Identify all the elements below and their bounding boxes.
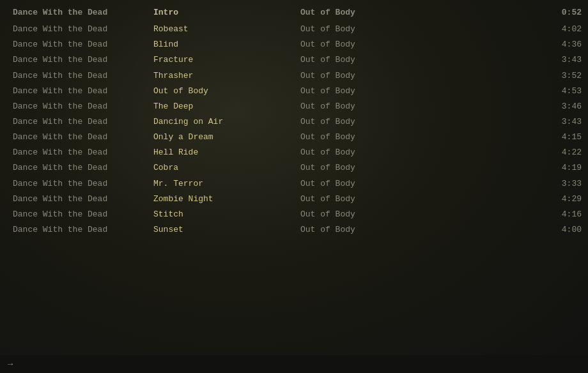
track-album: Out of Body — [300, 208, 415, 221]
track-title: Zombie Night — [153, 193, 300, 206]
track-title: Stitch — [153, 208, 300, 221]
track-duration: 4:19 — [415, 162, 582, 174]
track-title: Dancing on Air — [153, 116, 300, 128]
track-album: Out of Body — [300, 100, 415, 113]
table-row[interactable]: Dance With the Dead Fracture Out of Body… — [0, 52, 588, 68]
track-title: Robeast — [153, 23, 300, 36]
track-duration: 3:33 — [415, 178, 582, 190]
track-album: Out of Body — [300, 54, 415, 66]
arrow-icon: → — [8, 359, 13, 369]
header-title: Intro — [153, 6, 300, 19]
track-duration: 3:46 — [415, 100, 582, 113]
track-artist: Dance With the Dead — [13, 85, 153, 98]
track-artist: Dance With the Dead — [13, 100, 153, 113]
track-artist: Dance With the Dead — [13, 54, 153, 66]
track-title: Thrasher — [153, 70, 300, 82]
table-row[interactable]: Dance With the Dead Dancing on Air Out o… — [0, 114, 588, 130]
table-row[interactable]: Dance With the Dead Cobra Out of Body 4:… — [0, 160, 588, 176]
track-title: Mr. Terror — [153, 178, 300, 190]
track-duration: 3:52 — [415, 70, 582, 82]
track-album: Out of Body — [300, 70, 415, 82]
track-duration: 4:00 — [415, 224, 582, 236]
track-duration: 4:15 — [415, 131, 582, 144]
track-title: Hell Ride — [153, 146, 300, 159]
table-row[interactable]: Dance With the Dead The Deep Out of Body… — [0, 99, 588, 114]
track-album: Out of Body — [300, 224, 415, 236]
bottom-bar: → — [0, 355, 588, 373]
track-artist: Dance With the Dead — [13, 146, 153, 159]
track-duration: 4:36 — [415, 38, 582, 51]
track-duration: 3:43 — [415, 54, 582, 66]
track-artist: Dance With the Dead — [13, 23, 153, 36]
track-artist: Dance With the Dead — [13, 38, 153, 51]
track-table: Dance With the Dead Intro Out of Body 0:… — [0, 0, 588, 238]
track-album: Out of Body — [300, 38, 415, 51]
track-duration: 4:53 — [415, 85, 582, 98]
track-album: Out of Body — [300, 178, 415, 190]
table-row[interactable]: Dance With the Dead Hell Ride Out of Bod… — [0, 145, 588, 160]
track-duration: 4:16 — [415, 208, 582, 221]
table-row[interactable]: Dance With the Dead Mr. Terror Out of Bo… — [0, 176, 588, 192]
track-title: Blind — [153, 38, 300, 51]
table-row[interactable]: Dance With the Dead Stitch Out of Body 4… — [0, 207, 588, 222]
track-artist: Dance With the Dead — [13, 193, 153, 206]
table-row[interactable]: Dance With the Dead Out of Body Out of B… — [0, 84, 588, 99]
track-title: Out of Body — [153, 85, 300, 98]
track-title: Cobra — [153, 162, 300, 174]
table-row[interactable]: Dance With the Dead Robeast Out of Body … — [0, 22, 588, 37]
header-album: Out of Body — [300, 6, 415, 19]
track-artist: Dance With the Dead — [13, 224, 153, 236]
track-album: Out of Body — [300, 193, 415, 206]
track-artist: Dance With the Dead — [13, 70, 153, 82]
table-row[interactable]: Dance With the Dead Thrasher Out of Body… — [0, 68, 588, 84]
track-album: Out of Body — [300, 162, 415, 174]
track-album: Out of Body — [300, 131, 415, 144]
header-artist: Dance With the Dead — [13, 6, 153, 19]
track-title: Fracture — [153, 54, 300, 66]
track-duration: 3:43 — [415, 116, 582, 128]
track-album: Out of Body — [300, 85, 415, 98]
track-album: Out of Body — [300, 146, 415, 159]
table-row[interactable]: Dance With the Dead Zombie Night Out of … — [0, 192, 588, 207]
track-duration: 4:02 — [415, 23, 582, 36]
table-row[interactable]: Dance With the Dead Sunset Out of Body 4… — [0, 222, 588, 238]
track-artist: Dance With the Dead — [13, 178, 153, 190]
track-title: The Deep — [153, 100, 300, 113]
track-duration: 4:22 — [415, 146, 582, 159]
track-artist: Dance With the Dead — [13, 116, 153, 128]
table-header: Dance With the Dead Intro Out of Body 0:… — [0, 5, 588, 20]
header-duration: 0:52 — [415, 6, 582, 19]
track-duration: 4:29 — [415, 193, 582, 206]
track-title: Sunset — [153, 224, 300, 236]
track-album: Out of Body — [300, 23, 415, 36]
table-row[interactable]: Dance With the Dead Only a Dream Out of … — [0, 130, 588, 145]
track-album: Out of Body — [300, 116, 415, 128]
track-artist: Dance With the Dead — [13, 208, 153, 221]
table-row[interactable]: Dance With the Dead Blind Out of Body 4:… — [0, 37, 588, 52]
track-title: Only a Dream — [153, 131, 300, 144]
track-artist: Dance With the Dead — [13, 162, 153, 174]
track-artist: Dance With the Dead — [13, 131, 153, 144]
